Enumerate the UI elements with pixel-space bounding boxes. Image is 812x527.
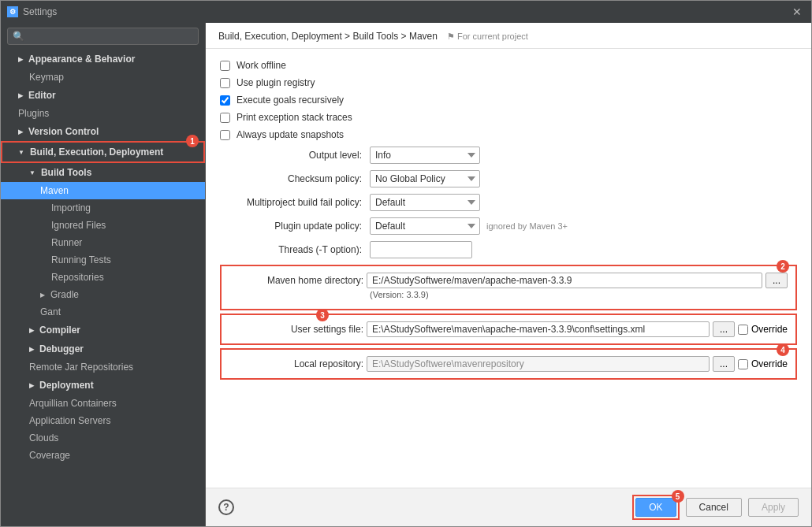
- local-repo-override: Override: [738, 358, 788, 369]
- maven-home-input[interactable]: [367, 273, 762, 288]
- sidebar-item-compiler[interactable]: ▶ Compiler: [1, 321, 205, 340]
- sidebar-item-debugger[interactable]: ▶ Debugger: [1, 340, 205, 358]
- checksum-policy-label: Checksum policy:: [220, 173, 370, 184]
- sidebar-item-remote-jar[interactable]: Remote Jar Repositories: [1, 358, 205, 376]
- sidebar-item-label: Clouds: [29, 432, 58, 443]
- sidebar-item-plugins[interactable]: Plugins: [1, 105, 205, 122]
- sidebar-item-clouds[interactable]: Clouds: [1, 429, 205, 447]
- sidebar-item-importing[interactable]: Importing: [1, 199, 205, 217]
- user-settings-browse-button[interactable]: ...: [713, 321, 735, 337]
- ok-button[interactable]: OK: [635, 498, 676, 517]
- main-content: Build, Execution, Deployment > Build Too…: [206, 23, 811, 526]
- sidebar-item-label: Ignored Files: [51, 220, 106, 231]
- sidebar-item-ignored-files[interactable]: Ignored Files: [1, 217, 205, 234]
- sidebar-item-app-servers[interactable]: Application Servers: [1, 412, 205, 429]
- sidebar-item-running-tests[interactable]: Running Tests: [1, 251, 205, 269]
- checksum-policy-select[interactable]: No Global Policy Strict Warn Ignore: [370, 170, 480, 187]
- breadcrumb: Build, Execution, Deployment > Build Too…: [206, 23, 811, 49]
- sidebar-item-label: Compiler: [39, 325, 80, 336]
- sidebar-item-runner[interactable]: Runner: [1, 234, 205, 251]
- search-box[interactable]: 🔍: [7, 28, 199, 45]
- maven-version-info: (Version: 3.3.9): [229, 290, 788, 299]
- threads-label: Threads (-T option):: [220, 244, 370, 255]
- sidebar-item-label: Coverage: [29, 450, 70, 461]
- user-settings-row: User settings file: ... Override: [229, 321, 788, 337]
- sidebar-item-version-control[interactable]: ▶ Version Control: [1, 122, 205, 141]
- search-icon: 🔍: [13, 31, 24, 42]
- sidebar-item-label: Version Control: [28, 126, 99, 137]
- sidebar-item-keymap[interactable]: Keymap: [1, 69, 205, 86]
- sidebar-item-label: Debugger: [39, 343, 84, 354]
- apply-button[interactable]: Apply: [748, 498, 799, 517]
- maven-home-browse-button[interactable]: ...: [765, 273, 788, 288]
- work-offline-label[interactable]: Work offline: [237, 60, 286, 71]
- always-update-checkbox[interactable]: [220, 130, 230, 140]
- sidebar-item-coverage[interactable]: Coverage: [1, 447, 205, 464]
- expand-icon: ▶: [18, 92, 23, 99]
- title-bar: ⚙ Settings ✕: [1, 1, 811, 23]
- help-label: ?: [223, 502, 229, 513]
- checkbox-always-update: Always update snapshots: [220, 129, 797, 140]
- execute-goals-checkbox[interactable]: [220, 95, 230, 106]
- sidebar-item-build-tools[interactable]: ▼ Build Tools: [1, 163, 205, 182]
- help-button[interactable]: ?: [218, 499, 234, 515]
- sidebar-item-label: Build Tools: [41, 167, 91, 178]
- local-repo-input[interactable]: [367, 356, 710, 372]
- plugin-update-select[interactable]: Default Force Never: [370, 217, 480, 235]
- user-settings-override: Override: [738, 324, 788, 335]
- local-repo-override-label[interactable]: Override: [751, 358, 788, 369]
- use-plugin-registry-checkbox[interactable]: [220, 78, 230, 88]
- local-repo-override-checkbox[interactable]: [738, 359, 748, 369]
- user-settings-override-checkbox[interactable]: [738, 325, 748, 335]
- project-info: ⚑ For current project: [447, 32, 528, 42]
- sidebar-item-editor[interactable]: ▶ Editor: [1, 86, 205, 105]
- expand-icon: ▶: [29, 346, 34, 353]
- sidebar-item-label: Keymap: [29, 72, 64, 83]
- checksum-policy-row: Checksum policy: No Global Policy Strict…: [220, 170, 797, 187]
- sidebar-item-label: Running Tests: [51, 254, 111, 265]
- expand-icon: ▶: [29, 327, 34, 334]
- work-offline-checkbox[interactable]: [220, 61, 230, 71]
- sidebar-item-build-execution[interactable]: ▼ Build, Execution, Deployment 1: [1, 141, 205, 163]
- sidebar-item-repositories[interactable]: Repositories: [1, 269, 205, 286]
- print-exception-label[interactable]: Print exception stack traces: [237, 112, 352, 123]
- sidebar-item-label: Arquillian Containers: [29, 398, 117, 409]
- multiproject-fail-select[interactable]: Default Fail Fast Fail Never: [370, 194, 480, 211]
- use-plugin-registry-label[interactable]: Use plugin registry: [237, 77, 315, 88]
- multiproject-fail-row: Multiproject build fail policy: Default …: [220, 194, 797, 211]
- sidebar-item-gant[interactable]: Gant: [1, 303, 205, 321]
- user-settings-override-label[interactable]: Override: [751, 324, 788, 335]
- execute-goals-label[interactable]: Execute goals recursively: [237, 95, 344, 106]
- sidebar-item-maven[interactable]: Maven: [1, 182, 205, 199]
- annotation-5: 5: [672, 490, 684, 503]
- user-settings-input[interactable]: [367, 321, 710, 337]
- breadcrumb-path: Build, Execution, Deployment > Build Too…: [218, 31, 438, 42]
- cancel-button[interactable]: Cancel: [686, 498, 742, 517]
- sidebar-item-label: Deployment: [39, 380, 94, 391]
- sidebar-item-label: Remote Jar Repositories: [29, 362, 133, 373]
- build-execution-wrapper: ▼ Build, Execution, Deployment 1: [1, 141, 205, 163]
- annotation-1: 1: [186, 135, 199, 147]
- search-input[interactable]: [28, 31, 193, 42]
- threads-input[interactable]: [370, 241, 472, 258]
- print-exception-checkbox[interactable]: [220, 113, 230, 123]
- sidebar-item-appearance[interactable]: ▶ Appearance & Behavior: [1, 50, 205, 69]
- maven-home-section: 2 Maven home directory: ... (Version: 3.…: [220, 265, 797, 310]
- user-settings-section: 3 User settings file: ... Override: [220, 314, 797, 345]
- sidebar-item-label: Build, Execution, Deployment: [30, 147, 163, 158]
- expand-icon: ▶: [18, 56, 23, 63]
- settings-window: ⚙ Settings ✕ 🔍 ▶ Appearance & Behavior K…: [0, 0, 812, 527]
- title-bar-left: ⚙ Settings: [7, 6, 57, 17]
- sidebar-item-arquillian[interactable]: Arquillian Containers: [1, 395, 205, 412]
- close-button[interactable]: ✕: [789, 4, 805, 20]
- window-title: Settings: [23, 6, 57, 17]
- sidebar-item-gradle[interactable]: ▶ Gradle: [1, 286, 205, 303]
- sidebar-item-deployment[interactable]: ▶ Deployment: [1, 376, 205, 395]
- always-update-label[interactable]: Always update snapshots: [237, 129, 344, 140]
- checkbox-execute-goals: Execute goals recursively: [220, 95, 797, 106]
- expand-icon: ▼: [18, 149, 24, 156]
- output-level-select[interactable]: Info Debug Quiet: [370, 147, 480, 164]
- sidebar-item-label: Editor: [28, 90, 56, 101]
- multiproject-fail-label: Multiproject build fail policy:: [220, 197, 370, 208]
- local-repo-browse-button[interactable]: ...: [713, 356, 735, 372]
